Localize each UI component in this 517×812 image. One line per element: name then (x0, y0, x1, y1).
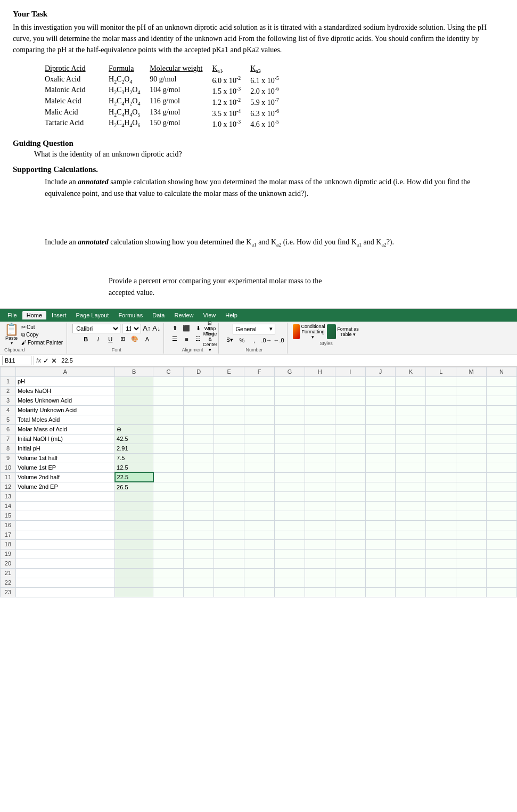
cell-a6[interactable]: Molar Mass of Acid (15, 424, 114, 434)
cell-e6[interactable] (214, 424, 244, 434)
cell-l19[interactable] (426, 549, 456, 559)
cell-n10[interactable] (487, 463, 517, 472)
row-header-17[interactable]: 17 (1, 530, 16, 539)
cell-g15[interactable] (274, 511, 305, 520)
cell-e7[interactable] (214, 434, 244, 444)
cell-b19[interactable] (115, 549, 153, 559)
font-decrease-icon[interactable]: A↓ (152, 324, 160, 332)
dollar-button[interactable]: $▾ (224, 335, 235, 345)
cell-b12[interactable]: 26.5 (115, 482, 153, 491)
cell-c6[interactable] (153, 424, 184, 434)
cell-f13[interactable] (244, 491, 275, 501)
cell-i12[interactable] (335, 482, 365, 491)
cell-d9[interactable] (184, 453, 214, 463)
cell-m1[interactable] (456, 376, 487, 386)
cell-h19[interactable] (305, 549, 335, 559)
cell-b6[interactable]: ⊕ (115, 424, 153, 434)
cell-e1[interactable] (214, 376, 244, 386)
cell-k19[interactable] (396, 549, 426, 559)
cell-d22[interactable] (184, 578, 214, 587)
cell-d15[interactable] (184, 511, 214, 520)
cell-d8[interactable] (184, 444, 214, 453)
cell-m17[interactable] (456, 530, 487, 539)
cell-n6[interactable] (487, 424, 517, 434)
cell-b2[interactable] (115, 386, 153, 396)
cell-c23[interactable] (153, 587, 184, 597)
cell-a18[interactable] (15, 539, 114, 549)
cell-g13[interactable] (274, 491, 305, 501)
cell-j2[interactable] (365, 386, 396, 396)
cell-g14[interactable] (274, 501, 305, 511)
cell-l18[interactable] (426, 539, 456, 549)
cell-e19[interactable] (214, 549, 244, 559)
cell-e5[interactable] (214, 415, 244, 424)
col-header-b[interactable]: B (115, 367, 153, 376)
cell-f11[interactable] (244, 472, 275, 482)
cell-k20[interactable] (396, 559, 426, 568)
cell-i1[interactable] (335, 376, 365, 386)
paste-button[interactable]: 📋 Paste ▾ (4, 324, 19, 346)
cell-j11[interactable] (365, 472, 396, 482)
cell-b5[interactable] (115, 415, 153, 424)
cell-j10[interactable] (365, 463, 396, 472)
cell-d1[interactable] (184, 376, 214, 386)
cell-c4[interactable] (153, 405, 184, 415)
cell-a1[interactable]: pH (15, 376, 114, 386)
cell-k23[interactable] (396, 587, 426, 597)
tab-review[interactable]: Review (170, 311, 198, 319)
cell-l20[interactable] (426, 559, 456, 568)
cell-m6[interactable] (456, 424, 487, 434)
cell-h15[interactable] (305, 511, 335, 520)
cell-f4[interactable] (244, 405, 275, 415)
cell-m13[interactable] (456, 491, 487, 501)
cell-m18[interactable] (456, 539, 487, 549)
cell-c17[interactable] (153, 530, 184, 539)
cell-i18[interactable] (335, 539, 365, 549)
cell-n22[interactable] (487, 578, 517, 587)
cell-n16[interactable] (487, 520, 517, 530)
cell-l9[interactable] (426, 453, 456, 463)
font-increase-icon[interactable]: A↑ (143, 324, 151, 332)
cell-k8[interactable] (396, 444, 426, 453)
cell-i17[interactable] (335, 530, 365, 539)
cell-i21[interactable] (335, 568, 365, 578)
cell-h4[interactable] (305, 405, 335, 415)
cell-g8[interactable] (274, 444, 305, 453)
cell-i20[interactable] (335, 559, 365, 568)
cell-f19[interactable] (244, 549, 275, 559)
cell-i10[interactable] (335, 463, 365, 472)
cell-e3[interactable] (214, 396, 244, 405)
cell-h14[interactable] (305, 501, 335, 511)
cell-j16[interactable] (365, 520, 396, 530)
cell-m4[interactable] (456, 405, 487, 415)
cell-l1[interactable] (426, 376, 456, 386)
cell-k15[interactable] (396, 511, 426, 520)
align-middle-button[interactable]: ⬛ (181, 324, 192, 333)
cell-m11[interactable] (456, 472, 487, 482)
cell-k13[interactable] (396, 491, 426, 501)
cell-b7[interactable]: 42.5 (115, 434, 153, 444)
cell-b22[interactable] (115, 578, 153, 587)
cell-g21[interactable] (274, 568, 305, 578)
cell-e14[interactable] (214, 501, 244, 511)
cell-l2[interactable] (426, 386, 456, 396)
cell-e22[interactable] (214, 578, 244, 587)
cell-f12[interactable] (244, 482, 275, 491)
cut-button[interactable]: ✂ Cut (20, 324, 64, 331)
cell-n4[interactable] (487, 405, 517, 415)
decrease-decimal-button[interactable]: ←.0 (273, 335, 284, 345)
cell-a14[interactable] (15, 501, 114, 511)
row-header-12[interactable]: 12 (1, 482, 16, 491)
cell-a3[interactable]: Moles Unknown Acid (15, 396, 114, 405)
cell-a9[interactable]: Volume 1st half (15, 453, 114, 463)
col-header-m[interactable]: M (456, 367, 487, 376)
cell-c13[interactable] (153, 491, 184, 501)
cell-k16[interactable] (396, 520, 426, 530)
cell-n13[interactable] (487, 491, 517, 501)
cell-f1[interactable] (244, 376, 275, 386)
cell-c21[interactable] (153, 568, 184, 578)
cell-j20[interactable] (365, 559, 396, 568)
cell-g18[interactable] (274, 539, 305, 549)
cell-a16[interactable] (15, 520, 114, 530)
cell-f17[interactable] (244, 530, 275, 539)
